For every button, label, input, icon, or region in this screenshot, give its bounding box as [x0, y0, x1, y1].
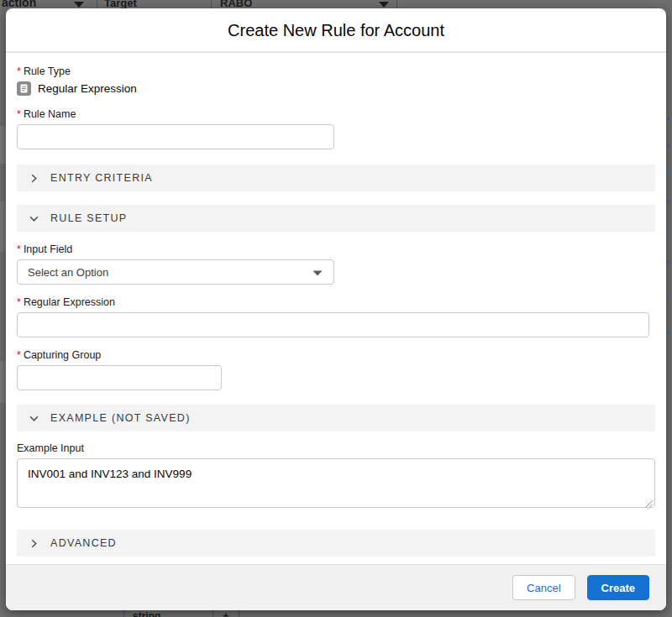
column-divider	[97, 0, 97, 8]
rule-type-field: * Rule Type Regular Expression	[17, 66, 655, 96]
chevron-right-icon	[29, 174, 39, 183]
backdrop-artifact	[667, 172, 670, 175]
rule-type-label: * Rule Type	[17, 66, 655, 77]
regular-expression-label: * Regular Expression	[17, 297, 655, 308]
chevron-down-icon	[29, 214, 39, 223]
example-input-textarea[interactable]: INV001 and INV123 and INV999	[17, 458, 655, 508]
section-advanced[interactable]: ADVANCED	[17, 530, 655, 557]
input-field-combobox[interactable]: Select an Option	[17, 259, 334, 285]
backdrop-artifact	[0, 201, 6, 252]
backdrop-table-header: action Target RABO	[0, 0, 672, 8]
example-input-label: Example Input	[17, 443, 655, 454]
cancel-button[interactable]: Cancel	[512, 575, 575, 600]
required-asterisk: *	[17, 66, 21, 77]
backdrop-artifact	[0, 361, 6, 403]
backdrop-cell-string: string	[133, 610, 160, 617]
chevron-down-icon	[29, 414, 39, 423]
rule-type-value: Regular Expression	[38, 82, 137, 95]
modal-body: * Rule Type Regular Expression * Rule Na…	[6, 53, 666, 564]
modal-footer: Cancel Create	[6, 564, 666, 610]
backdrop-artifact	[667, 118, 670, 120]
dropdown-arrow-icon	[379, 2, 389, 8]
required-asterisk: *	[17, 350, 21, 361]
modal-header: Create New Rule for Account	[6, 8, 666, 53]
example-input-wrapper: INV001 and INV123 and INV999	[17, 458, 655, 511]
field-label-text: Rule Name	[24, 109, 76, 120]
column-divider	[239, 610, 239, 617]
backdrop-column-target: Target	[104, 0, 137, 8]
section-label: RULE SETUP	[50, 212, 128, 224]
input-field-field: * Input Field Select an Option	[17, 244, 655, 285]
capturing-group-label: * Capturing Group	[17, 350, 655, 361]
required-asterisk: *	[17, 244, 21, 255]
create-rule-modal: Create New Rule for Account * Rule Type …	[6, 8, 666, 610]
section-label: ADVANCED	[50, 537, 117, 549]
combobox-selected-value: Select an Option	[28, 266, 108, 279]
column-divider	[211, 0, 212, 8]
example-input-field: Example Input INV001 and INV123 and INV9…	[17, 443, 655, 511]
field-label-text: Example Input	[17, 443, 84, 454]
backdrop-add-button: +	[223, 610, 229, 617]
create-button[interactable]: Create	[587, 575, 649, 600]
capturing-group-input[interactable]	[17, 365, 222, 390]
rule-name-field: * Rule Name	[17, 109, 655, 149]
required-asterisk: *	[17, 109, 21, 120]
backdrop-artifact	[667, 294, 670, 296]
field-label-text: Input Field	[24, 244, 72, 255]
backdrop-column-action: action	[2, 0, 36, 8]
column-divider	[123, 610, 124, 617]
backdrop-artifact	[667, 144, 670, 147]
note-icon	[17, 81, 31, 96]
rule-type-value-row: Regular Expression	[17, 81, 655, 96]
backdrop-cell-rabo: RABO	[220, 0, 252, 8]
sort-arrow-icon	[74, 2, 84, 8]
field-label-text: Capturing Group	[24, 350, 101, 361]
backdrop-artifact	[667, 200, 670, 202]
field-label-text: Regular Expression	[24, 297, 115, 308]
column-divider	[213, 610, 213, 617]
backdrop-artifact	[667, 228, 670, 231]
backdrop-table-row: string +	[0, 610, 672, 617]
field-label-text: Rule Type	[24, 66, 71, 77]
regular-expression-field: * Regular Expression	[17, 297, 655, 337]
backdrop-artifact	[667, 332, 670, 334]
section-label: EXAMPLE (NOT SAVED)	[50, 412, 191, 424]
column-divider	[396, 0, 397, 8]
rule-name-input[interactable]	[17, 124, 334, 149]
required-asterisk: *	[17, 297, 21, 308]
capturing-group-field: * Capturing Group	[17, 350, 655, 390]
section-rule-setup[interactable]: RULE SETUP	[17, 205, 655, 232]
section-entry-criteria[interactable]: ENTRY CRITERIA	[17, 165, 655, 191]
backdrop-artifact	[0, 126, 6, 164]
backdrop-artifact	[667, 260, 670, 263]
regular-expression-input[interactable]	[17, 312, 649, 337]
rule-name-label: * Rule Name	[17, 109, 655, 120]
modal-title: Create New Rule for Account	[19, 19, 653, 41]
chevron-right-icon	[29, 539, 39, 548]
picklist-down-triangle-icon	[312, 270, 323, 276]
section-example[interactable]: EXAMPLE (NOT SAVED)	[17, 405, 655, 431]
input-field-label: * Input Field	[17, 244, 655, 255]
section-label: ENTRY CRITERIA	[50, 172, 153, 184]
